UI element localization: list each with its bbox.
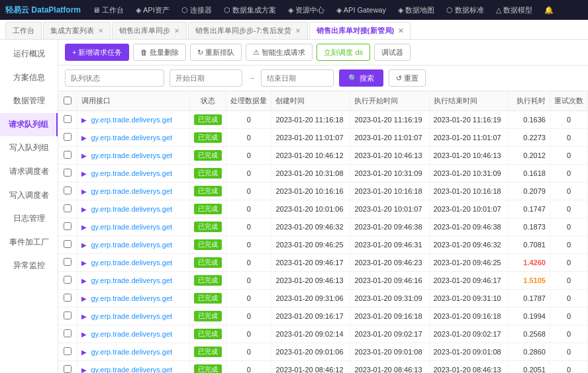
table-row: ▶ gy.erp.trade.deliverys.get 已完成 0 2023-… — [58, 254, 588, 272]
new-task-button[interactable]: + 新增请求任务 — [65, 44, 129, 61]
api-link[interactable]: gy.erp.trade.deliverys.get — [91, 134, 172, 142]
search-button[interactable]: 🔍 搜索 — [339, 69, 383, 87]
close-tab-sales-after[interactable]: ✕ — [295, 27, 301, 34]
toolbar: + 新增请求任务 🗑 批量删除 ↻ 重新排队 ⚠ 智能生成请求 立刻调度 ds … — [58, 40, 588, 65]
row-duration: 1.4260 — [508, 254, 550, 272]
api-link[interactable]: gy.erp.trade.deliverys.get — [91, 116, 172, 124]
sidebar-item-event-factory[interactable]: 事件加工厂 — [0, 231, 58, 255]
status-badge: 已完成 — [194, 114, 222, 125]
row-checkbox[interactable] — [64, 222, 72, 230]
nav-notification[interactable]: 🔔 — [539, 0, 559, 20]
tab-sales-outbound[interactable]: 销售出库单同步 ✕ — [112, 22, 187, 39]
row-create-time: 2023-01-20 10:31:08 — [271, 165, 350, 183]
row-checkbox[interactable] — [64, 204, 72, 212]
tab-workbench[interactable]: 工作台 — [5, 22, 42, 39]
row-retry-count: 0 — [550, 183, 587, 200]
row-start-time: 2023-01-20 09:46:38 — [350, 218, 429, 236]
api-link[interactable]: gy.erp.trade.deliverys.get — [91, 294, 172, 302]
row-checkbox[interactable] — [64, 276, 72, 284]
nav-data-map[interactable]: ◈数据地图 — [393, 0, 440, 20]
api-link[interactable]: gy.erp.trade.deliverys.get — [91, 312, 172, 320]
row-checkbox[interactable] — [64, 365, 72, 373]
api-link[interactable]: gy.erp.trade.deliverys.get — [91, 223, 172, 231]
close-tab-integration-list[interactable]: ✕ — [98, 27, 103, 34]
row-data-count: 0 — [226, 308, 271, 325]
api-link[interactable]: gy.erp.trade.deliverys.get — [91, 276, 172, 284]
select-all-checkbox[interactable] — [64, 97, 72, 104]
row-retry-count: 0 — [550, 290, 587, 308]
batch-delete-button[interactable]: 🗑 批量删除 — [133, 44, 186, 61]
row-duration: 0.1787 — [508, 290, 550, 308]
api-link[interactable]: gy.erp.trade.deliverys.get — [91, 241, 172, 249]
row-status: 已完成 — [190, 129, 226, 147]
row-end-time: 2023-01-20 09:46:38 — [429, 218, 508, 236]
row-checkbox[interactable] — [64, 311, 72, 319]
row-checkbox[interactable] — [64, 151, 72, 159]
sidebar-item-data-management[interactable]: 数据管理 — [0, 89, 58, 113]
table-row: ▶ gy.erp.trade.deliverys.get 已完成 0 2023-… — [58, 218, 588, 236]
row-checkbox[interactable] — [64, 240, 72, 248]
sidebar-item-plan-info[interactable]: 方案信息 — [0, 66, 58, 90]
reorder-button[interactable]: ↻ 重新排队 — [190, 44, 242, 61]
api-link[interactable]: gy.erp.trade.deliverys.get — [91, 259, 172, 267]
sidebar-item-exception-monitor[interactable]: 异常监控 — [0, 254, 58, 278]
tab-integration-list[interactable]: 集成方案列表 ✕ — [43, 22, 111, 39]
start-date-input[interactable] — [170, 69, 242, 87]
end-date-input[interactable] — [261, 69, 334, 87]
reset-button[interactable]: ↺ 重置 — [389, 69, 426, 87]
api-link[interactable]: gy.erp.trade.deliverys.get — [91, 151, 172, 159]
api-link[interactable]: gy.erp.trade.deliverys.get — [91, 366, 172, 373]
row-duration: 0.2079 — [508, 183, 550, 200]
nav-data-model[interactable]: △数据模型 — [491, 0, 538, 20]
nav-connector[interactable]: ⬡连接器 — [176, 0, 217, 20]
row-checkbox[interactable] — [64, 115, 72, 123]
tab-sales-after[interactable]: 销售出库单同步步-7:售后发货 ✕ — [188, 22, 308, 39]
nav-resource-center[interactable]: ◈资源中心 — [283, 0, 330, 20]
row-api: ▶ gy.erp.trade.deliverys.get — [77, 343, 190, 361]
nav-data-integration[interactable]: ⬡数据集成方案 — [219, 0, 281, 20]
row-end-time: 2023-01-20 11:16:19 — [429, 111, 508, 129]
row-create-time: 2023-01-20 09:31:06 — [271, 290, 350, 308]
row-start-time: 2023-01-20 11:01:07 — [350, 129, 429, 147]
row-retry-count: 0 — [550, 343, 587, 361]
api-link[interactable]: gy.erp.trade.deliverys.get — [91, 330, 172, 338]
row-api: ▶ gy.erp.trade.deliverys.get — [77, 290, 190, 308]
sidebar-item-request-scheduler[interactable]: 请求调度者 — [0, 160, 58, 184]
status-filter-input[interactable] — [65, 69, 164, 87]
row-checkbox[interactable] — [64, 169, 72, 177]
data-table-wrap[interactable]: 调用接口 状态 处理数据量 创建时间 执行开始时间 执行结束时间 执行耗时 重试… — [58, 91, 588, 373]
tab-sales-docking[interactable]: 销售出库单对接(新管局) ✕ — [309, 22, 411, 39]
row-checkbox[interactable] — [64, 329, 72, 337]
close-tab-sales-docking[interactable]: ✕ — [398, 27, 403, 34]
row-end-time: 2023-01-20 10:31:09 — [429, 165, 508, 183]
row-end-time: 2023-01-20 10:01:07 — [429, 200, 508, 218]
delete-icon: 🗑 — [140, 48, 148, 56]
schedule-button[interactable]: 立刻调度 ds — [317, 44, 370, 61]
nav-api-gateway[interactable]: ◈API Gateway — [331, 0, 391, 20]
table-row: ▶ gy.erp.trade.deliverys.get 已完成 0 2023-… — [58, 200, 588, 218]
nav-api-assets[interactable]: ◈API资产 — [130, 0, 175, 20]
nav-data-standard[interactable]: ⬡数据标准 — [441, 0, 489, 20]
row-checkbox[interactable] — [64, 133, 72, 141]
api-link[interactable]: gy.erp.trade.deliverys.get — [91, 205, 172, 213]
api-link[interactable]: gy.erp.trade.deliverys.get — [91, 348, 172, 356]
close-tab-sales-outbound[interactable]: ✕ — [174, 27, 179, 34]
sidebar-item-overview[interactable]: 运行概况 — [0, 42, 58, 66]
status-badge: 已完成 — [194, 204, 222, 214]
row-checkbox[interactable] — [64, 186, 72, 194]
sidebar-item-write-scheduler[interactable]: 写入调度者 — [0, 184, 58, 208]
debugger-button[interactable]: 调试器 — [374, 44, 411, 61]
sidebar-item-write-queue[interactable]: 写入队列组 — [0, 136, 58, 160]
row-checkbox[interactable] — [64, 258, 72, 266]
tab-bar: 工作台 集成方案列表 ✕ 销售出库单同步 ✕ 销售出库单同步步-7:售后发货 ✕… — [0, 20, 588, 40]
api-link[interactable]: gy.erp.trade.deliverys.get — [91, 169, 172, 177]
smart-request-button[interactable]: ⚠ 智能生成请求 — [246, 44, 313, 61]
row-checkbox[interactable] — [64, 294, 72, 302]
row-create-time: 2023-01-20 09:46:32 — [271, 218, 350, 236]
nav-workbench[interactable]: 🖥工作台 — [87, 0, 129, 20]
sidebar-item-log-management[interactable]: 日志管理 — [0, 207, 58, 231]
api-link[interactable]: gy.erp.trade.deliverys.get — [91, 187, 172, 195]
row-checkbox[interactable] — [64, 347, 72, 355]
row-data-count: 0 — [226, 200, 271, 218]
sidebar-item-request-queue[interactable]: 请求队列组 — [0, 113, 58, 137]
